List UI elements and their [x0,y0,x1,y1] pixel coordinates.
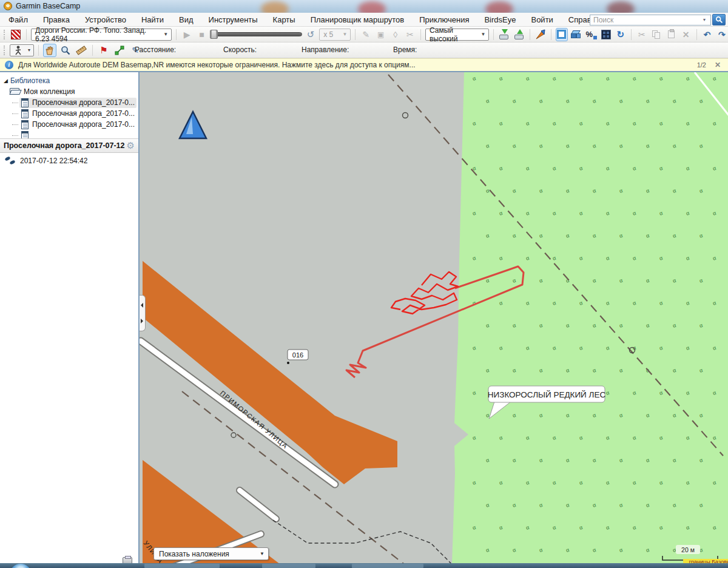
show-overlays-button[interactable]: Показать наложения ▼ [153,547,269,560]
menu-route-planner[interactable]: Планировщик маршрутов [311,15,405,24]
cut-icon: ✂ [638,30,645,39]
toolbar-grip[interactable] [4,46,5,55]
notification-text[interactable]: Для Worldwide Autoroute DEM Basemap,NR и… [18,61,416,69]
menu-edit[interactable]: Правка [43,15,70,24]
copy-icon [652,30,661,39]
app-icon [4,2,12,10]
route-tool-button[interactable] [113,44,126,57]
menu-bar: Файл Правка Устройство Найти Вид Инструм… [0,13,728,27]
collection-node[interactable]: Моя коллекция [0,86,138,97]
garmin-adventures-button[interactable] [534,28,547,41]
windows-taskbar[interactable] [0,563,728,568]
search-area: ▾ [590,14,726,25]
view-2d-button[interactable] [556,28,568,41]
send-to-device-button[interactable] [513,28,525,41]
undo-button[interactable]: ↶ [701,28,713,41]
list-item[interactable]: Проселочная дорога_2017-0... [0,97,138,108]
taskbar-window-button[interactable] [262,564,315,568]
map-product-select[interactable]: Дороги России. РФ. Топо. Запад. 6.23 459… [31,29,172,41]
search-input[interactable] [590,15,711,25]
chevron-down-icon: ▾ [25,47,33,53]
menu-birdseye[interactable]: BirdsEye [484,15,516,24]
wallpaper-blob [607,1,635,13]
show-overlays-label: Показать наложения [159,550,229,558]
device-download-icon [498,29,510,40]
track-document-icon [21,120,29,129]
birdseye-imagery-button[interactable] [600,28,612,41]
measure-tool-button[interactable] [75,44,88,57]
shading-options-button[interactable]: % [585,28,597,41]
redo-icon: ↷ [718,30,726,39]
sidebar-collapse-handle[interactable] [140,295,146,331]
menu-device[interactable]: Устройство [85,15,126,24]
tree-connector [12,113,18,114]
insert-point-button[interactable]: ✎ [360,28,372,41]
paste-icon [668,30,675,38]
delete-button[interactable]: ✕ [679,28,692,41]
map-canvas[interactable]: αααααααααααααααααααααααααααααααααααααααα… [140,72,728,563]
library-node[interactable]: ◢ Библиотека [0,75,138,86]
undo-icon: ↶ [704,30,711,39]
split-track-button[interactable]: ✂ [404,28,416,41]
forest-area [452,72,728,563]
waypoint-dot[interactable] [287,362,289,364]
menu-maps[interactable]: Карты [273,15,295,24]
zoom-tool-button[interactable] [59,44,72,57]
erase-points-button[interactable]: ◊ [389,28,402,41]
tree-connector [12,103,18,103]
menu-signin[interactable]: Войти [531,15,553,24]
scale-label: 20 м [681,546,695,553]
list-item-partial[interactable] [0,130,138,138]
redo-button[interactable]: ↷ [716,28,728,41]
select-points-button[interactable]: ▣ [374,28,386,41]
menu-find[interactable]: Найти [141,15,164,24]
tree-expander-icon[interactable]: ◢ [4,78,8,84]
track-entry-row[interactable]: 2017-07-12 22:54:42 [0,153,138,165]
receive-from-device-button[interactable] [498,28,510,41]
pan-tool-button[interactable] [43,44,56,57]
activity-profile-select[interactable]: ▾ [10,44,34,56]
toolbar-separator [355,29,356,40]
title-bar[interactable]: Garmin BaseCamp [0,0,728,13]
toolbar-separator [530,29,530,40]
menu-tools[interactable]: Инструменты [209,15,258,24]
playback-reset-button[interactable]: ↺ [305,28,317,41]
scissors-icon: ✂ [406,30,414,39]
playback-slider[interactable] [210,30,302,39]
list-item[interactable]: Проселочная дорога_2017-0... [0,108,138,119]
search-dropdown-icon[interactable]: ▾ [703,17,710,22]
search-icon [715,16,723,24]
taskbar-window-button[interactable] [352,564,423,568]
view-3d-button[interactable] [570,28,582,41]
cut-button[interactable]: ✂ [636,28,648,41]
stop-button[interactable]: ■ [195,28,207,41]
refresh-imagery-button[interactable]: ↻ [615,28,627,41]
toolbar-separator [493,29,494,40]
menu-file[interactable]: Файл [8,15,28,24]
magnifier-icon [61,46,70,55]
slider-thumb[interactable] [210,30,218,39]
list-item[interactable]: Проселочная дорога_2017-0... [0,119,138,130]
toolbar-grip[interactable] [4,30,5,39]
taskbar-window-button[interactable] [144,564,220,568]
close-icon[interactable]: ✕ [715,61,721,69]
track-document-icon [21,131,29,139]
notification-bar[interactable]: i Для Worldwide Autoroute DEM Basemap,NR… [0,58,728,72]
toolbar-separator [551,29,551,40]
play-button[interactable]: ▶ [181,28,193,41]
start-orb-icon[interactable] [10,564,32,568]
map-product-value: Дороги России. РФ. Топо. Запад. 6.23 459… [35,26,160,43]
search-button[interactable] [712,14,726,25]
detail-level-select[interactable]: Самый высокий ▼ [425,29,489,41]
menu-adventures[interactable]: Приключения [419,15,469,24]
waypoint-tool-button[interactable]: ⚑ [97,44,110,57]
speed-label: Скорость: [223,46,257,54]
slider-track [215,32,302,36]
map-display-toggle-button[interactable] [10,28,22,41]
track-detail-panel: 2017-07-12 22:54:42 [0,153,138,563]
copy-button[interactable] [650,28,662,41]
paste-button[interactable] [665,28,677,41]
playback-speed-select[interactable]: x 5 ▼ [319,29,351,41]
menu-view[interactable]: Вид [179,15,194,24]
gear-icon[interactable]: ⚙ [127,140,135,151]
